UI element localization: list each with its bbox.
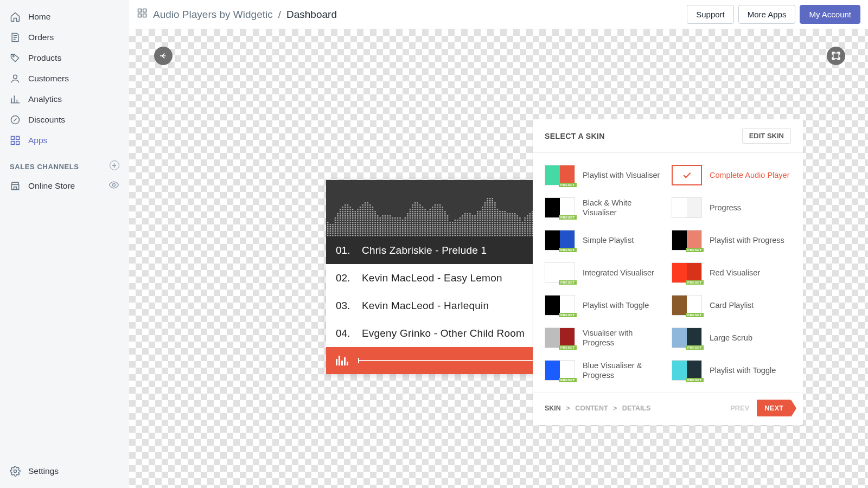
svg-rect-720 [477, 215, 478, 216]
svg-rect-851 [499, 228, 500, 229]
svg-rect-453 [419, 222, 420, 223]
skin-option[interactable]: PRESETPlaylist with Progress [672, 230, 791, 251]
svg-rect-348 [397, 220, 398, 221]
add-channel-icon[interactable]: + [110, 160, 119, 170]
svg-rect-558 [439, 235, 441, 236]
svg-rect-292 [382, 215, 383, 216]
svg-rect-217 [367, 213, 368, 214]
edit-skin-button[interactable]: EDIT SKIN [742, 128, 791, 144]
svg-rect-580 [442, 220, 443, 221]
sidebar-item-home[interactable]: Home [0, 7, 129, 27]
svg-rect-62 [340, 215, 341, 216]
sidebar-item-settings[interactable]: Settings [0, 461, 129, 481]
svg-rect-270 [377, 222, 378, 223]
svg-rect-170 [360, 217, 361, 219]
svg-rect-13 [833, 53, 839, 59]
svg-rect-758 [484, 215, 486, 216]
svg-rect-398 [410, 211, 411, 212]
svg-rect-870 [502, 213, 503, 214]
svg-rect-232 [369, 215, 371, 216]
svg-rect-330 [392, 220, 393, 221]
skin-option[interactable]: PRESETPlaylist with Toggle [672, 360, 791, 381]
sidebar-item-customers[interactable]: Customers [0, 68, 129, 89]
skin-option[interactable]: PRESETCard Playlist [672, 295, 791, 316]
step-details[interactable]: DETAILS [622, 404, 651, 412]
step-skin[interactable]: SKIN [545, 404, 561, 412]
svg-rect-897 [509, 230, 510, 232]
svg-rect-342 [397, 233, 398, 234]
svg-rect-799 [489, 200, 490, 201]
svg-rect-674 [467, 224, 468, 225]
svg-rect-893 [507, 215, 508, 216]
svg-rect-549 [437, 222, 438, 223]
skin-option[interactable]: PRESETLarge Scrub [672, 328, 791, 348]
sidebar-item-analytics[interactable]: Analytics [0, 89, 129, 110]
svg-rect-466 [422, 226, 423, 227]
svg-rect-846 [497, 211, 498, 212]
svg-rect-291 [382, 217, 383, 219]
svg-rect-452 [419, 224, 420, 225]
svg-rect-255 [374, 228, 375, 229]
svg-rect-325 [392, 230, 393, 232]
svg-rect-917 [514, 235, 515, 236]
skin-option[interactable]: Progress [672, 197, 791, 218]
sidebar-item-discounts[interactable]: Discounts [0, 110, 129, 130]
svg-rect-915 [512, 215, 513, 216]
back-button[interactable] [154, 47, 173, 65]
sidebar-item-apps[interactable]: Apps [0, 130, 129, 151]
skin-option[interactable]: PRESETBlack & White Visualiser [545, 197, 664, 218]
skin-option[interactable]: PRESETIntegrated Visualiser [545, 262, 664, 283]
svg-rect-120 [349, 213, 350, 214]
svg-rect-396 [410, 215, 411, 216]
sidebar-item-orders[interactable]: Orders [0, 27, 129, 48]
sidebar-item-online-store[interactable]: Online Store [0, 175, 129, 197]
next-button[interactable]: NEXT [757, 400, 791, 416]
fit-screen-button[interactable] [827, 47, 845, 65]
skin-option[interactable]: PRESETBlue Visualiser & Progress [545, 360, 664, 381]
breadcrumb-app[interactable]: Audio Players by Widgetic [153, 9, 273, 21]
svg-rect-351 [399, 233, 400, 234]
svg-rect-173 [360, 211, 361, 212]
home-icon [10, 11, 21, 22]
svg-rect-544 [437, 233, 438, 234]
step-content[interactable]: CONTENT [575, 404, 608, 412]
svg-rect-807 [492, 222, 493, 223]
svg-rect-748 [482, 207, 483, 208]
svg-rect-420 [414, 224, 416, 225]
sidebar-item-label: Discounts [28, 115, 65, 125]
svg-rect-697 [472, 222, 473, 223]
skin-option[interactable]: Complete Audio Player [672, 165, 791, 185]
svg-rect-317 [390, 226, 391, 227]
skin-option[interactable]: PRESETRed Visualiser [672, 262, 791, 283]
svg-rect-600 [447, 233, 448, 234]
svg-rect-350 [399, 235, 400, 236]
skin-swatch: PRESET [545, 230, 575, 251]
svg-rect-244 [372, 222, 373, 223]
svg-rect-708 [474, 220, 475, 221]
svg-rect-940 [519, 230, 520, 232]
sidebar-item-products[interactable]: Products [0, 48, 129, 68]
svg-rect-583 [442, 213, 443, 214]
skin-option[interactable]: PRESETVisualiser with Progress [545, 328, 664, 348]
main-area: Audio Players by Widgetic / Dashboard Su… [129, 0, 868, 488]
support-button[interactable]: Support [687, 5, 734, 24]
skin-option[interactable]: PRESETPlaylist with Visualiser [545, 165, 664, 185]
svg-rect-641 [459, 230, 461, 232]
svg-rect-890 [507, 222, 508, 223]
track-number: 01. [336, 245, 355, 256]
svg-rect-508 [430, 220, 431, 221]
svg-rect-425 [414, 213, 416, 214]
my-account-button[interactable]: My Account [800, 5, 860, 24]
svg-rect-668 [464, 213, 465, 214]
svg-rect-435 [417, 226, 418, 227]
svg-rect-75 [342, 215, 343, 216]
svg-rect-295 [385, 230, 386, 232]
svg-rect-714 [477, 228, 478, 229]
svg-rect-677 [467, 217, 468, 219]
view-store-icon[interactable] [108, 179, 119, 192]
more-apps-button[interactable]: More Apps [738, 5, 796, 24]
skin-option[interactable]: PRESETSimple Playlist [545, 230, 664, 251]
skin-option[interactable]: PRESETPlaylist with Toggle [545, 295, 664, 316]
svg-rect-835 [497, 235, 498, 236]
svg-rect-667 [464, 215, 465, 216]
